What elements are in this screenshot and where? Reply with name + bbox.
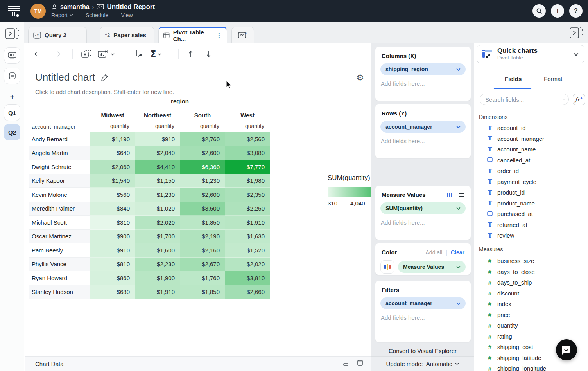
pill-account-manager-rows[interactable]: account_manager: [380, 121, 466, 133]
edit-pencil-icon[interactable]: [100, 73, 109, 82]
expand-panel-icon[interactable]: [5, 28, 19, 40]
pivot-cell[interactable]: $3,810: [225, 271, 270, 285]
pivot-cell[interactable]: $1,600: [135, 243, 180, 258]
pivot-column-header[interactable]: Midwest: [90, 108, 135, 123]
sort-ascending-button[interactable]: [188, 48, 197, 60]
pivot-cell[interactable]: $810: [90, 258, 135, 272]
field-item-cancelled_at[interactable]: cancelled_at: [474, 155, 588, 166]
pivot-row-label[interactable]: Stanley Hudson: [29, 285, 90, 299]
pivot-cell[interactable]: $1,230: [180, 174, 225, 188]
chart-data-bar[interactable]: Chart Data: [25, 356, 371, 371]
tab-query-2[interactable]: * Query 2: [28, 27, 87, 43]
pivot-cell[interactable]: $1,760: [180, 271, 225, 285]
undo-button[interactable]: [34, 48, 43, 60]
convert-to-visual-explorer-button[interactable]: Convert to Visual Explorer: [371, 348, 474, 354]
field-item-order_id[interactable]: Torder_id: [474, 166, 588, 176]
pivot-cell[interactable]: $2,560: [225, 132, 270, 146]
pivot-cell[interactable]: $3,080: [225, 146, 270, 160]
field-item-returned_at[interactable]: Treturned_at: [474, 220, 588, 231]
pivot-row-label[interactable]: Andy Bernard: [29, 132, 90, 146]
pivot-cell[interactable]: $310: [90, 216, 135, 230]
pivot-row-label[interactable]: Oscar Martinez: [29, 230, 90, 244]
pivot-cell[interactable]: $2,350: [225, 188, 270, 202]
field-item-product_id[interactable]: Tproduct_id: [474, 187, 588, 198]
tab-paper-sales[interactable]: ^2 Paper sales: [100, 27, 154, 43]
pivot-cell[interactable]: $1,190: [90, 132, 135, 146]
pivot-cell[interactable]: $1,900: [135, 271, 180, 285]
query-1-button[interactable]: Q1: [4, 104, 20, 121]
notebook-button[interactable]: [4, 68, 20, 84]
pivot-cell[interactable]: $860: [90, 271, 135, 285]
pivot-row-label[interactable]: Meredith Palmer: [29, 202, 90, 216]
pivot-row-label[interactable]: Kelly Kapoor: [29, 174, 90, 188]
pivot-cell[interactable]: $2,020: [135, 216, 180, 230]
field-item-account_id[interactable]: Taccount_id: [474, 122, 588, 133]
pivot-column-header[interactable]: West: [225, 108, 270, 123]
pivot-cell[interactable]: $3,500: [180, 202, 225, 216]
pivot-row-label[interactable]: Dwight Schrute: [29, 160, 90, 174]
aggregate-button[interactable]: Σ: [151, 48, 161, 60]
pivot-cell[interactable]: $6,360: [180, 160, 225, 174]
pivot-cell[interactable]: $910: [135, 132, 180, 146]
pivot-cell[interactable]: $560: [90, 188, 135, 202]
field-item-business_size[interactable]: #business_size: [474, 256, 588, 267]
add-calculated-field-button[interactable]: ƒx+: [573, 94, 585, 105]
pivot-column-header[interactable]: South: [180, 108, 225, 123]
pivot-cell[interactable]: $2,250: [225, 202, 270, 216]
pivot-cell[interactable]: $1,910: [225, 216, 270, 230]
duplicate-chart-button[interactable]: [81, 48, 92, 60]
clear-link[interactable]: Clear: [451, 249, 464, 256]
pivot-cell[interactable]: $2,020: [225, 258, 270, 272]
pivot-row-label[interactable]: Angela Martin: [29, 146, 90, 160]
menu-schedule[interactable]: Schedule: [86, 12, 108, 18]
menu-view[interactable]: View: [121, 12, 133, 18]
add-all-link[interactable]: Add all: [426, 249, 443, 256]
pivot-cell[interactable]: $1,910: [135, 285, 180, 299]
collapse-panel-icon[interactable]: [569, 27, 583, 39]
pivot-cell[interactable]: $2,060: [90, 160, 135, 174]
field-item-purchased_at[interactable]: purchased_at: [474, 209, 588, 220]
field-item-account_name[interactable]: Taccount_name: [474, 144, 588, 155]
pivot-cell[interactable]: $2,670: [180, 258, 225, 272]
pivot-cell[interactable]: $1,520: [225, 243, 270, 258]
columns-layout-icon[interactable]: [447, 192, 452, 198]
pill-color-measure-values[interactable]: Measure Values: [398, 261, 466, 273]
redo-button[interactable]: [52, 48, 61, 60]
maximize-panel-icon[interactable]: [357, 360, 363, 366]
rows-layout-icon[interactable]: [459, 193, 464, 197]
field-item-review[interactable]: Treview: [474, 230, 588, 241]
pivot-cell[interactable]: $2,190: [180, 230, 225, 244]
tab-pivot-table-chart[interactable]: Pivot Table Ch... ⋮: [158, 27, 227, 43]
pivot-cell[interactable]: $4,410: [135, 160, 180, 174]
field-item-days_to_ship[interactable]: #days_to_ship: [474, 277, 588, 288]
pivot-cell[interactable]: $7,770: [225, 160, 270, 174]
add-fields-placeholder[interactable]: Add fields here...: [381, 314, 466, 321]
app-logo-icon[interactable]: [7, 4, 21, 18]
field-item-account_manager[interactable]: Taccount_manager: [474, 133, 588, 144]
pivot-cell[interactable]: $2,160: [180, 243, 225, 258]
search-button[interactable]: [532, 4, 546, 18]
pivot-cell[interactable]: $1,850: [180, 216, 225, 230]
pivot-cell[interactable]: $1,630: [225, 230, 270, 244]
chart-description-placeholder[interactable]: Click to add chart description. Shift-en…: [35, 88, 174, 95]
pivot-cell[interactable]: $1,230: [135, 188, 180, 202]
pivot-cell[interactable]: $1,700: [135, 230, 180, 244]
avatar[interactable]: TM: [30, 4, 46, 19]
pivot-cell[interactable]: $2,040: [135, 146, 180, 160]
pivot-column-header[interactable]: Northeast: [135, 108, 180, 123]
report-page-button[interactable]: [4, 47, 20, 64]
field-item-index[interactable]: #index: [474, 299, 588, 310]
tab-options-kebab-icon[interactable]: ⋮: [216, 32, 222, 39]
pivot-cell[interactable]: $2,600: [180, 188, 225, 202]
field-item-payment_cycle[interactable]: Tpayment_cycle: [474, 176, 588, 187]
field-item-price[interactable]: #price: [474, 310, 588, 321]
pivot-row-label[interactable]: Pam Beesly: [29, 243, 90, 258]
tab-format[interactable]: Format: [544, 76, 563, 82]
swap-axes-button[interactable]: [133, 48, 143, 60]
chart-title[interactable]: Untitled chart: [35, 71, 95, 83]
pivot-cell[interactable]: $900: [90, 230, 135, 244]
pivot-cell[interactable]: $640: [90, 146, 135, 160]
pivot-cell[interactable]: $2,660: [225, 285, 270, 299]
update-mode-bar[interactable]: Update mode: Automatic: [371, 356, 474, 371]
help-button[interactable]: ?: [569, 4, 583, 18]
